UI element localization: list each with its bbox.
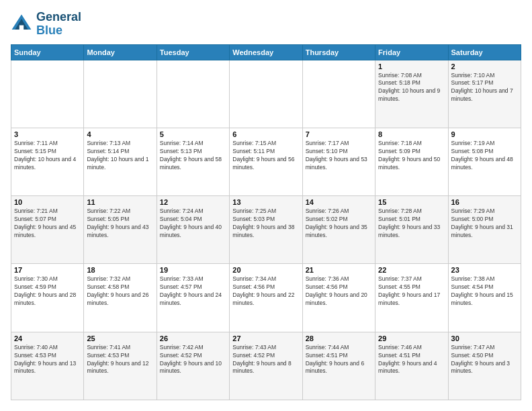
day-info: Sunrise: 7:17 AM Sunset: 5:10 PM Dayligh… (306, 140, 372, 172)
day-info: Sunrise: 7:15 AM Sunset: 5:11 PM Dayligh… (232, 140, 299, 172)
calendar-cell (230, 60, 302, 128)
logo-text: General Blue (36, 11, 81, 38)
calendar-cell: 2Sunrise: 7:10 AM Sunset: 5:17 PM Daylig… (448, 60, 521, 128)
calendar-cell: 27Sunrise: 7:43 AM Sunset: 4:52 PM Dayli… (230, 332, 302, 400)
calendar-cell: 25Sunrise: 7:41 AM Sunset: 4:53 PM Dayli… (84, 332, 157, 400)
weekday-header-saturday: Saturday (448, 44, 521, 60)
day-info: Sunrise: 7:26 AM Sunset: 5:02 PM Dayligh… (306, 208, 372, 240)
day-info: Sunrise: 7:19 AM Sunset: 5:08 PM Dayligh… (451, 140, 518, 172)
day-info: Sunrise: 7:46 AM Sunset: 4:51 PM Dayligh… (378, 344, 445, 376)
day-number: 21 (306, 266, 372, 274)
day-number: 22 (378, 266, 445, 274)
calendar-cell: 19Sunrise: 7:33 AM Sunset: 4:57 PM Dayli… (157, 264, 229, 332)
day-number: 11 (87, 198, 153, 206)
header: General Blue (11, 11, 521, 38)
day-info: Sunrise: 7:11 AM Sunset: 5:15 PM Dayligh… (14, 140, 81, 172)
day-number: 16 (451, 198, 518, 206)
day-number: 12 (160, 198, 226, 206)
day-info: Sunrise: 7:28 AM Sunset: 5:01 PM Dayligh… (378, 208, 445, 240)
day-info: Sunrise: 7:34 AM Sunset: 4:56 PM Dayligh… (232, 275, 299, 308)
calendar-cell (157, 60, 229, 128)
day-number: 20 (232, 266, 299, 274)
calendar-cell: 10Sunrise: 7:21 AM Sunset: 5:07 PM Dayli… (11, 196, 84, 264)
calendar-cell: 18Sunrise: 7:32 AM Sunset: 4:58 PM Dayli… (84, 264, 157, 332)
page: General Blue SundayMondayTuesdayWednesda… (0, 0, 532, 411)
weekday-header-thursday: Thursday (302, 44, 375, 60)
calendar-cell: 16Sunrise: 7:29 AM Sunset: 5:00 PM Dayli… (448, 196, 521, 264)
day-info: Sunrise: 7:42 AM Sunset: 4:52 PM Dayligh… (160, 344, 226, 376)
calendar-cell: 26Sunrise: 7:42 AM Sunset: 4:52 PM Dayli… (157, 332, 229, 400)
day-number: 17 (14, 266, 81, 274)
day-info: Sunrise: 7:47 AM Sunset: 4:50 PM Dayligh… (451, 344, 518, 376)
calendar-cell: 24Sunrise: 7:40 AM Sunset: 4:53 PM Dayli… (11, 332, 84, 400)
day-number: 6 (232, 130, 299, 138)
calendar-week-0: 1Sunrise: 7:08 AM Sunset: 5:18 PM Daylig… (11, 60, 521, 128)
day-number: 9 (451, 130, 518, 138)
day-info: Sunrise: 7:13 AM Sunset: 5:14 PM Dayligh… (87, 140, 153, 172)
day-number: 8 (378, 130, 445, 138)
day-info: Sunrise: 7:33 AM Sunset: 4:57 PM Dayligh… (160, 275, 226, 308)
calendar-cell: 30Sunrise: 7:47 AM Sunset: 4:50 PM Dayli… (448, 332, 521, 400)
day-number: 4 (87, 130, 153, 138)
calendar-cell (84, 60, 157, 128)
calendar-cell: 17Sunrise: 7:30 AM Sunset: 4:59 PM Dayli… (11, 264, 84, 332)
calendar-week-3: 17Sunrise: 7:30 AM Sunset: 4:59 PM Dayli… (11, 264, 521, 332)
day-info: Sunrise: 7:29 AM Sunset: 5:00 PM Dayligh… (451, 208, 518, 240)
day-info: Sunrise: 7:37 AM Sunset: 4:55 PM Dayligh… (378, 275, 445, 308)
calendar-cell: 22Sunrise: 7:37 AM Sunset: 4:55 PM Dayli… (375, 264, 448, 332)
day-number: 13 (232, 198, 299, 206)
day-info: Sunrise: 7:24 AM Sunset: 5:04 PM Dayligh… (160, 208, 226, 240)
day-info: Sunrise: 7:40 AM Sunset: 4:53 PM Dayligh… (14, 344, 81, 376)
calendar-week-1: 3Sunrise: 7:11 AM Sunset: 5:15 PM Daylig… (11, 128, 521, 195)
day-info: Sunrise: 7:14 AM Sunset: 5:13 PM Dayligh… (160, 140, 226, 172)
calendar-cell: 5Sunrise: 7:14 AM Sunset: 5:13 PM Daylig… (157, 128, 229, 195)
calendar-cell: 3Sunrise: 7:11 AM Sunset: 5:15 PM Daylig… (11, 128, 84, 195)
weekday-header-wednesday: Wednesday (230, 44, 302, 60)
day-number: 23 (451, 266, 518, 274)
day-number: 3 (14, 130, 81, 138)
day-number: 18 (87, 266, 153, 274)
svg-rect-2 (19, 25, 24, 29)
day-number: 14 (306, 198, 372, 206)
day-info: Sunrise: 7:36 AM Sunset: 4:56 PM Dayligh… (306, 275, 372, 308)
day-info: Sunrise: 7:41 AM Sunset: 4:53 PM Dayligh… (87, 344, 153, 376)
calendar-cell: 7Sunrise: 7:17 AM Sunset: 5:10 PM Daylig… (302, 128, 375, 195)
calendar-cell: 23Sunrise: 7:38 AM Sunset: 4:54 PM Dayli… (448, 264, 521, 332)
calendar-cell: 6Sunrise: 7:15 AM Sunset: 5:11 PM Daylig… (230, 128, 302, 195)
weekday-header-sunday: Sunday (11, 44, 84, 60)
weekday-header-row: SundayMondayTuesdayWednesdayThursdayFrid… (11, 44, 521, 60)
calendar-cell: 11Sunrise: 7:22 AM Sunset: 5:05 PM Dayli… (84, 196, 157, 264)
calendar-cell: 28Sunrise: 7:44 AM Sunset: 4:51 PM Dayli… (302, 332, 375, 400)
day-info: Sunrise: 7:30 AM Sunset: 4:59 PM Dayligh… (14, 275, 81, 308)
day-number: 5 (160, 130, 226, 138)
day-info: Sunrise: 7:38 AM Sunset: 4:54 PM Dayligh… (451, 275, 518, 308)
weekday-header-friday: Friday (375, 44, 448, 60)
day-info: Sunrise: 7:21 AM Sunset: 5:07 PM Dayligh… (14, 208, 81, 240)
day-info: Sunrise: 7:10 AM Sunset: 5:17 PM Dayligh… (451, 72, 518, 104)
day-info: Sunrise: 7:22 AM Sunset: 5:05 PM Dayligh… (87, 208, 153, 240)
calendar-week-2: 10Sunrise: 7:21 AM Sunset: 5:07 PM Dayli… (11, 196, 521, 264)
day-info: Sunrise: 7:32 AM Sunset: 4:58 PM Dayligh… (87, 275, 153, 308)
day-number: 10 (14, 198, 81, 206)
calendar-cell: 4Sunrise: 7:13 AM Sunset: 5:14 PM Daylig… (84, 128, 157, 195)
calendar-cell: 29Sunrise: 7:46 AM Sunset: 4:51 PM Dayli… (375, 332, 448, 400)
calendar-cell: 1Sunrise: 7:08 AM Sunset: 5:18 PM Daylig… (375, 60, 448, 128)
weekday-header-monday: Monday (84, 44, 157, 60)
calendar: SundayMondayTuesdayWednesdayThursdayFrid… (11, 44, 521, 400)
day-number: 2 (451, 62, 518, 71)
calendar-cell (302, 60, 375, 128)
calendar-cell (11, 60, 84, 128)
day-info: Sunrise: 7:08 AM Sunset: 5:18 PM Dayligh… (378, 72, 445, 104)
day-number: 29 (378, 334, 445, 342)
day-info: Sunrise: 7:25 AM Sunset: 5:03 PM Dayligh… (232, 208, 299, 240)
day-number: 26 (160, 334, 226, 342)
day-number: 1 (378, 62, 445, 71)
day-number: 7 (306, 130, 372, 138)
calendar-cell: 12Sunrise: 7:24 AM Sunset: 5:04 PM Dayli… (157, 196, 229, 264)
day-number: 30 (451, 334, 518, 342)
logo: General Blue (11, 11, 81, 38)
calendar-cell: 8Sunrise: 7:18 AM Sunset: 5:09 PM Daylig… (375, 128, 448, 195)
logo-icon (11, 13, 32, 35)
day-info: Sunrise: 7:44 AM Sunset: 4:51 PM Dayligh… (306, 344, 372, 376)
calendar-week-4: 24Sunrise: 7:40 AM Sunset: 4:53 PM Dayli… (11, 332, 521, 400)
